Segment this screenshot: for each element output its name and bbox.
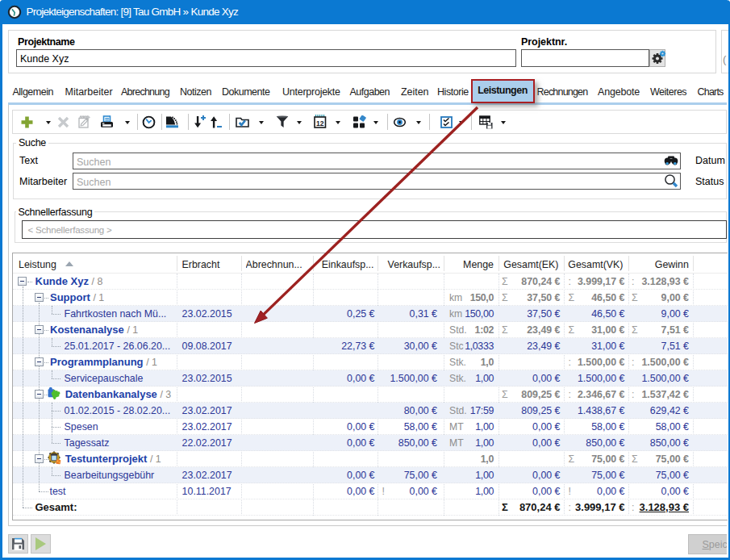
- svg-text:12: 12: [316, 119, 324, 127]
